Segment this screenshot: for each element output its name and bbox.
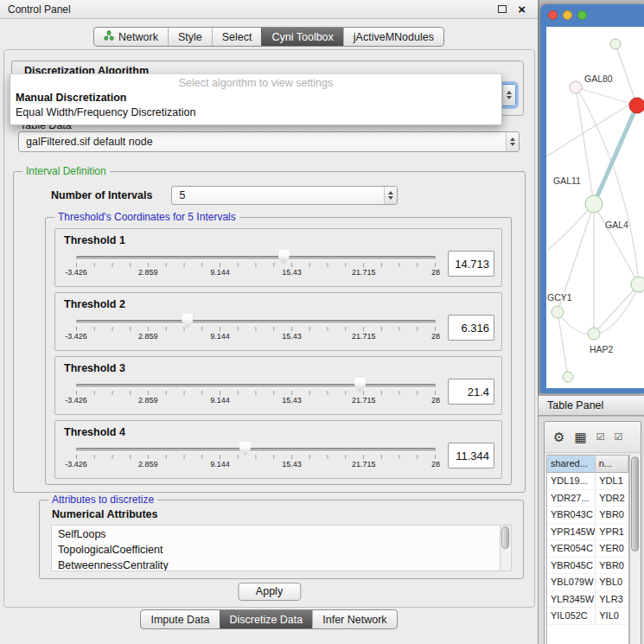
- column-header-shared-[interactable]: shared...: [547, 456, 596, 472]
- table-cell: YDR2: [596, 490, 628, 507]
- network-node-red[interactable]: [629, 98, 644, 113]
- list-item-topologicalcoefficient[interactable]: TopologicalCoefficient: [58, 542, 497, 558]
- table-row[interactable]: YIL052CYIL0: [547, 608, 628, 625]
- scrollbar-thumb[interactable]: [501, 526, 509, 549]
- attributes-scrollbar[interactable]: [500, 526, 511, 571]
- threshold-value[interactable]: 21.4: [448, 379, 494, 405]
- table-row[interactable]: YLR345WYLR3: [547, 591, 628, 609]
- tick-label: 28: [431, 396, 440, 405]
- threshold-value[interactable]: 6.316: [448, 315, 494, 341]
- attributes-group-title: Attributes to discretize: [48, 494, 157, 506]
- table-row[interactable]: YBR045CYBR0: [547, 558, 628, 575]
- threshold-slider[interactable]: -3.4262.8599.14415.4321.71528: [76, 249, 436, 280]
- tab-discretize-data[interactable]: Discretize Data: [220, 610, 313, 628]
- close-icon[interactable]: ×: [518, 4, 526, 15]
- table-row[interactable]: YBL079WYBL0: [547, 574, 628, 591]
- threshold-slider[interactable]: -3.4262.8599.14415.4321.71528: [76, 313, 436, 344]
- tick-label: 2.859: [138, 396, 158, 405]
- tab-label: jActiveMNodules: [354, 31, 434, 43]
- table-cell: YDL1: [596, 473, 628, 489]
- list-item-betweennesscentrality[interactable]: BetweennessCentrality: [58, 558, 497, 571]
- tab-label: Impute Data: [150, 614, 209, 626]
- network-node-hub[interactable]: [585, 195, 603, 213]
- threshold-slider[interactable]: -3.4262.8599.14415.4321.71528: [76, 377, 436, 408]
- table-data-combo[interactable]: galFiltered.sif default node: [18, 131, 520, 152]
- tab-jactivemnodules[interactable]: jActiveMNodules: [343, 28, 443, 46]
- threshold-label: Threshold 3: [64, 362, 494, 374]
- network-node-gal80[interactable]: [570, 81, 582, 93]
- node-label-gal4: GAL4: [605, 220, 628, 230]
- node-label-gcy1: GCY1: [547, 292, 572, 303]
- bottom-tab-row: Impute DataDiscretize DataInfer Network: [0, 609, 538, 629]
- threshold-label: Threshold 1: [64, 234, 494, 246]
- node-table: shared...n... YDL19...YDL1YDR27...YDR2YB…: [546, 455, 629, 644]
- attributes-group: Attributes to discretize Numerical Attri…: [39, 500, 524, 579]
- network-node-right[interactable]: [631, 277, 644, 292]
- gear-icon[interactable]: ⚙: [553, 430, 564, 443]
- number-of-intervals-row: Number of Intervals 5: [51, 186, 398, 205]
- table-cell: YBR0: [596, 507, 628, 523]
- threshold-value[interactable]: 11.344: [448, 443, 494, 469]
- mac-close-icon[interactable]: [548, 10, 558, 20]
- tab-cyni-toolbox[interactable]: Cyni Toolbox: [261, 28, 342, 46]
- numerical-attributes-label: Numerical Attributes: [52, 508, 157, 520]
- control-panel-titlebar: Control Panel ×: [0, 0, 538, 19]
- network-node-top[interactable]: [610, 39, 621, 49]
- slider-track: [76, 320, 436, 323]
- tick-label: 15.43: [282, 460, 302, 469]
- table-row[interactable]: YDL19...YDL1: [547, 473, 628, 490]
- interval-definition-group: Interval Definition Number of Intervals …: [13, 171, 526, 493]
- table-row[interactable]: YDR27...YDR2: [547, 490, 628, 507]
- mac-minimize-icon[interactable]: [563, 10, 572, 20]
- float-window-icon[interactable]: [498, 5, 507, 13]
- tick-label: 15.43: [282, 268, 302, 277]
- tab-label: Infer Network: [322, 614, 386, 626]
- table-panel: ⚙▦☑☑ shared...n... YDL19...YDL1YDR27...Y…: [539, 417, 644, 644]
- dropdown-option-manual-discretization[interactable]: Manual Discretization: [10, 91, 501, 105]
- apply-button[interactable]: Apply: [238, 583, 301, 601]
- network-node-bottom[interactable]: [563, 372, 573, 382]
- table-row[interactable]: YBR043CYBR0: [547, 507, 628, 524]
- tick-label: -3.426: [65, 332, 87, 341]
- number-of-intervals-combo[interactable]: 5: [171, 186, 398, 205]
- slider-ticks: [76, 327, 436, 331]
- panel-title: Control Panel: [8, 3, 498, 16]
- numerical-attributes-list: SelfLoopsTopologicalCoefficientBetweenne…: [51, 525, 512, 571]
- table-cell: YBR043C: [547, 507, 596, 523]
- table-row[interactable]: YER054CYER0: [547, 540, 628, 558]
- network-canvas[interactable]: GAL80GAL11GAL4GCY1HAP2: [546, 27, 644, 388]
- algorithm-dropdown: Select algorithm to view settings Manual…: [10, 73, 502, 125]
- list-item-selfloops[interactable]: SelfLoops: [58, 526, 497, 542]
- tab-style[interactable]: Style: [168, 28, 212, 46]
- table-row[interactable]: YPR145WYPR1: [547, 524, 628, 541]
- threshold-value[interactable]: 14.713: [448, 251, 494, 277]
- tab-impute-data[interactable]: Impute Data: [141, 610, 219, 628]
- threshold-slider[interactable]: -3.4262.8599.14415.4321.71528: [76, 441, 436, 472]
- table-scrollbar[interactable]: [629, 455, 641, 644]
- tab-select[interactable]: Select: [212, 28, 262, 46]
- network-node-gcy1[interactable]: [552, 306, 564, 318]
- table-cell: YIL0: [596, 608, 628, 624]
- tick-label: 9.144: [210, 332, 230, 341]
- dropdown-option-equal-width-frequency-discretization[interactable]: Equal Width/Frequency Discretization: [10, 105, 501, 120]
- tick-label: 9.144: [210, 396, 230, 405]
- thresholds-group-title: Threshold's Coordinates for 5 Intervals: [54, 211, 239, 223]
- mac-zoom-icon[interactable]: [577, 10, 587, 20]
- checkbox-icon[interactable]: ☑: [596, 432, 605, 442]
- bottom-tab-bar: Impute DataDiscretize DataInfer Network: [140, 609, 397, 629]
- tab-label: Network: [118, 31, 158, 43]
- checkbox-icon-2[interactable]: ☑: [615, 432, 623, 442]
- slider-track: [76, 384, 436, 387]
- network-node-hap2[interactable]: [588, 328, 600, 340]
- scrollbar-thumb[interactable]: [631, 456, 639, 552]
- tick-label: 9.144: [210, 268, 230, 277]
- slider-ticks: [76, 263, 436, 267]
- columns-icon[interactable]: ▦: [574, 430, 586, 443]
- algorithm-dropdown-options: Manual DiscretizationEqual Width/Frequen…: [10, 91, 501, 120]
- node-label-hap2: HAP2: [590, 344, 614, 354]
- tab-infer-network[interactable]: Infer Network: [312, 610, 396, 628]
- tab-network[interactable]: Network: [94, 28, 168, 46]
- combo-stepper-icon: [502, 85, 515, 105]
- column-header-n-[interactable]: n...: [596, 456, 628, 472]
- slider-tick-labels: -3.4262.8599.14415.4321.71528: [76, 268, 436, 277]
